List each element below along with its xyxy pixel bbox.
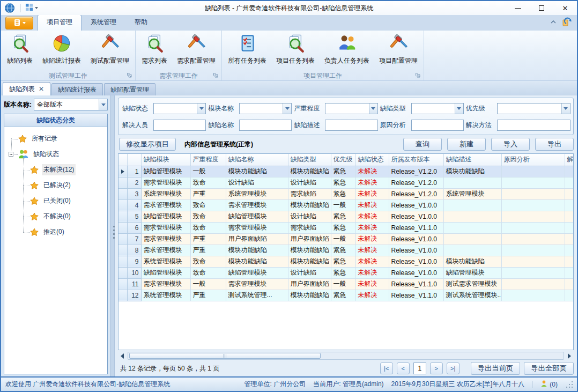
data-cell[interactable]: 模块功能缺陷 bbox=[443, 166, 501, 177]
data-cell[interactable] bbox=[501, 199, 565, 211]
data-cell[interactable]: 需求管理模块 bbox=[226, 278, 288, 290]
data-cell[interactable]: 系统管理模块 bbox=[141, 188, 190, 199]
data-cell[interactable] bbox=[565, 267, 574, 278]
query-button[interactable]: 查询 bbox=[403, 138, 442, 151]
data-cell[interactable]: 模块功能缺陷 bbox=[226, 256, 288, 267]
column-header[interactable]: 缺陷类型 bbox=[288, 154, 331, 166]
data-cell[interactable]: 紧急 bbox=[331, 166, 355, 177]
project-tasks-button[interactable]: 项目任务列表 bbox=[271, 31, 320, 66]
scroll-right-icon[interactable] bbox=[565, 352, 574, 360]
data-cell[interactable]: 系统管理模块 bbox=[141, 256, 190, 267]
tree-item-postponed[interactable]: 推迟(0) bbox=[4, 224, 107, 240]
data-cell[interactable]: 模块功能缺陷 bbox=[288, 166, 331, 177]
column-header[interactable]: 缺陷模块 bbox=[141, 154, 190, 166]
data-cell[interactable]: 系统管理模块 bbox=[141, 290, 190, 301]
dialog-launcher-icon[interactable] bbox=[415, 72, 421, 78]
row-selector-cell[interactable] bbox=[118, 233, 127, 245]
data-cell[interactable]: 致命 bbox=[190, 222, 226, 233]
data-cell[interactable] bbox=[565, 290, 574, 301]
data-cell[interactable]: 测试系统管理模块... bbox=[443, 290, 501, 301]
defect-list-button[interactable]: 缺陷列表 bbox=[2, 31, 38, 66]
status-cell[interactable]: 未解决 bbox=[355, 222, 389, 233]
collapse-ribbon-button[interactable] bbox=[550, 19, 557, 27]
data-cell[interactable]: 一般 bbox=[190, 166, 226, 177]
data-cell[interactable] bbox=[501, 188, 565, 199]
table-row[interactable]: 11需求管理模块一般需求管理模块用户界面缺陷一般未解决Release_V1.1.… bbox=[118, 278, 574, 290]
severity-select[interactable] bbox=[325, 103, 377, 114]
export-button[interactable]: 导出 bbox=[535, 138, 574, 151]
data-cell[interactable]: 用户界面缺陷 bbox=[288, 233, 331, 245]
row-selector-cell[interactable] bbox=[118, 166, 127, 177]
row-selector-cell[interactable] bbox=[118, 199, 127, 211]
dialog-launcher-icon[interactable] bbox=[213, 72, 219, 78]
tab-defect-config[interactable]: 缺陷配置管理 bbox=[104, 83, 155, 95]
data-cell[interactable]: 需求管理模块 bbox=[141, 278, 190, 290]
data-cell[interactable]: 系统管理模块 bbox=[226, 188, 288, 199]
data-cell[interactable]: Release_V1.0.0 bbox=[389, 233, 443, 245]
data-cell[interactable] bbox=[565, 233, 574, 245]
data-cell[interactable] bbox=[501, 245, 565, 256]
data-cell[interactable]: 致命 bbox=[190, 199, 226, 211]
data-cell[interactable]: 用户界面缺陷 bbox=[226, 233, 288, 245]
table-row[interactable]: 6需求管理模块致命需求管理模块需求缺陷紧急未解决Release_V1.1.0 bbox=[118, 222, 574, 233]
data-cell[interactable]: 紧急 bbox=[331, 188, 355, 199]
data-cell[interactable]: 设计缺陷 bbox=[288, 211, 331, 222]
chevron-down-icon[interactable] bbox=[369, 103, 377, 114]
row-selector-cell[interactable] bbox=[118, 256, 127, 267]
table-row[interactable]: 12系统管理模块严重测试系统管理...模块功能缺陷紧急未解决Release_V1… bbox=[118, 290, 574, 301]
data-cell[interactable]: 设计缺陷 bbox=[226, 177, 288, 188]
data-cell[interactable] bbox=[443, 222, 501, 233]
data-cell[interactable]: Release_V1.0.0 bbox=[389, 211, 443, 222]
data-cell[interactable] bbox=[443, 245, 501, 256]
data-cell[interactable]: 需求管理模块 bbox=[141, 222, 190, 233]
data-cell[interactable] bbox=[565, 188, 574, 199]
data-cell[interactable] bbox=[501, 166, 565, 177]
chevron-down-icon[interactable] bbox=[283, 103, 291, 114]
resolver-input[interactable] bbox=[153, 120, 206, 131]
table-row[interactable]: 2需求管理模块致命设计缺陷设计缺陷紧急未解决Release_V1.2.0 bbox=[118, 177, 574, 188]
column-header[interactable]: 缺陷名称 bbox=[226, 154, 288, 166]
data-cell[interactable]: 紧急 bbox=[331, 245, 355, 256]
data-cell[interactable]: 紧急 bbox=[331, 256, 355, 267]
data-cell[interactable]: 紧急 bbox=[331, 222, 355, 233]
test-config-button[interactable]: 测试配置管理 bbox=[86, 31, 134, 66]
data-cell[interactable]: 致命 bbox=[190, 267, 226, 278]
requirement-config-button[interactable]: 需求配置管理 bbox=[172, 31, 220, 66]
priority-select[interactable] bbox=[497, 103, 570, 114]
data-cell[interactable] bbox=[501, 211, 565, 222]
defect-report-button[interactable]: 缺陷统计报表 bbox=[38, 31, 86, 66]
data-cell[interactable] bbox=[565, 177, 574, 188]
online-users-indicator[interactable]: (0) bbox=[540, 380, 558, 389]
data-cell[interactable]: 缺陷管理模块 bbox=[141, 211, 190, 222]
data-cell[interactable]: 需求缺陷 bbox=[288, 222, 331, 233]
table-row[interactable]: 10缺陷管理模块致命缺陷管理模块设计缺陷紧急未解决Release_V1.0.0缺… bbox=[118, 267, 574, 278]
data-cell[interactable] bbox=[443, 211, 501, 222]
data-cell[interactable]: 模块功能缺陷 bbox=[226, 166, 288, 177]
modify-columns-button[interactable]: 修改显示项目 bbox=[119, 138, 176, 151]
data-cell[interactable]: 需求管理模块 bbox=[141, 177, 190, 188]
data-cell[interactable]: 一般 bbox=[190, 278, 226, 290]
cause-analysis-input[interactable] bbox=[411, 120, 464, 131]
row-selector-cell[interactable] bbox=[118, 290, 127, 301]
minimize-button[interactable] bbox=[506, 1, 530, 15]
table-row[interactable]: 9系统管理模块致命模块功能缺陷模块功能缺陷紧急未解决Release_V1.0.0… bbox=[118, 256, 574, 267]
chevron-down-icon[interactable] bbox=[455, 103, 463, 114]
tree-item-unresolved[interactable]: 未解决(12) bbox=[4, 162, 107, 177]
data-cell[interactable] bbox=[501, 222, 565, 233]
data-cell[interactable]: 缺陷管理模块 bbox=[443, 267, 501, 278]
defect-name-input[interactable] bbox=[239, 120, 292, 131]
scrollbar-thumb[interactable] bbox=[129, 353, 321, 359]
tree-item-wontfix[interactable]: 不解决(0) bbox=[4, 209, 107, 224]
horizontal-scrollbar[interactable] bbox=[118, 351, 574, 360]
status-cell[interactable]: 未解决 bbox=[355, 211, 389, 222]
status-cell[interactable]: 未解决 bbox=[355, 245, 389, 256]
new-button[interactable]: 新建 bbox=[447, 138, 486, 151]
application-menu-button[interactable] bbox=[5, 17, 33, 29]
row-selector-cell[interactable] bbox=[118, 245, 127, 256]
data-cell[interactable]: 系统管理模块 bbox=[443, 188, 501, 199]
data-cell[interactable] bbox=[501, 278, 565, 290]
data-cell[interactable] bbox=[443, 233, 501, 245]
row-selector-cell[interactable] bbox=[118, 278, 127, 290]
status-cell[interactable]: 未解决 bbox=[355, 166, 389, 177]
tree-item-closed[interactable]: 已关闭(0) bbox=[4, 193, 107, 209]
